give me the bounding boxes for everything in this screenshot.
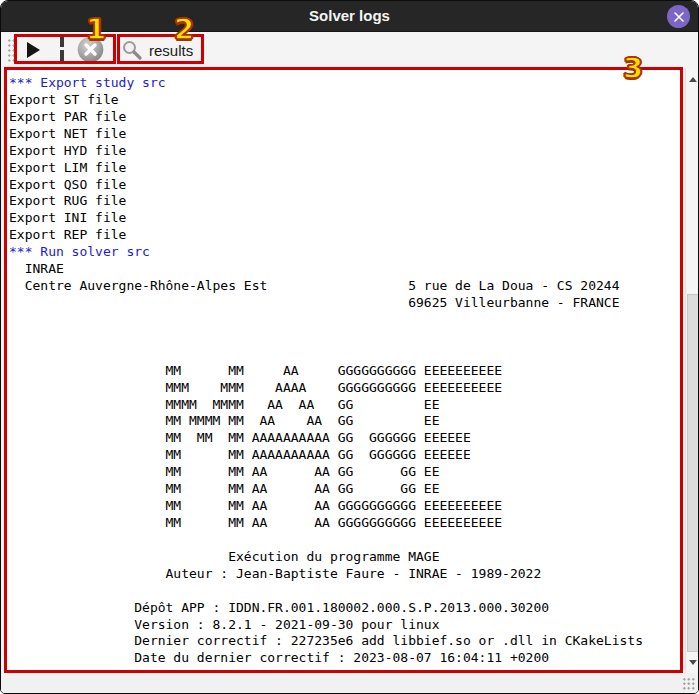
log-line: Auteur : Jean-Baptiste Faure - INRAE - 1… (9, 566, 680, 583)
log-line: Exécution du programme MAGE (9, 549, 680, 566)
log-line: INRAE (9, 261, 680, 278)
log-line: Export ST file (9, 92, 680, 109)
log-line (9, 312, 680, 329)
log-line: *** Run solver src (9, 244, 680, 261)
scroll-down-icon (689, 660, 697, 665)
log-line: Centre Auvergne-Rhône-Alpes Est 5 rue de… (9, 278, 680, 295)
log-line: MM MMMM MM AA AA GG EE (9, 413, 680, 430)
log-line: MM MM AA AA GG GG EE (9, 481, 680, 498)
log-line: MM MM AA AA GG GG EE (9, 464, 680, 481)
status-strip (1, 673, 698, 693)
log-line: Export PAR file (9, 109, 680, 126)
log-line: MM MM MM AAAAAAAAAA GG GGGGGG EEEEEE (9, 430, 680, 447)
log-line (9, 329, 680, 346)
log-line: MMM MMM AAAA GGGGGGGGGG EEEEEEEEEE (9, 380, 680, 397)
close-icon (673, 11, 685, 23)
log-line: Export INI file (9, 210, 680, 227)
log-line: Version : 8.2.1 - 2021-09-30 pour linux (9, 617, 680, 634)
close-button[interactable] (667, 5, 690, 28)
resize-grip[interactable] (682, 677, 695, 690)
log-line: Export NET file (9, 126, 680, 143)
log-line: 69625 Villeurbanne - FRANCE (9, 295, 680, 312)
log-line: MMMM MMMM AA AA GG EE (9, 397, 680, 414)
log-line (9, 346, 680, 363)
log-line: Export REP file (9, 227, 680, 244)
log-line: Dernier correctif : 227235e6 add libbief… (9, 633, 680, 650)
scrollbar-thumb[interactable] (687, 294, 699, 652)
log-line: MM MM AA GGGGGGGGGG EEEEEEEEEE (9, 363, 680, 380)
vertical-scrollbar[interactable] (685, 68, 699, 673)
solver-logs-window: Solver logs (0, 0, 699, 694)
log-line: Export HYD file (9, 143, 680, 160)
log-line (9, 532, 680, 549)
log-line: Dépôt APP : IDDN.FR.001.180002.000.S.P.2… (9, 600, 680, 617)
log-line: MM MM AA AA GGGGGGGGGG EEEEEEEEEE (9, 498, 680, 515)
log-line: Export RUG file (9, 193, 680, 210)
log-line: Export LIM file (9, 160, 680, 177)
scroll-down-button[interactable] (686, 655, 699, 669)
scroll-up-icon (689, 77, 697, 82)
log-line: Date du dernier correctif : 2023-08-07 1… (9, 650, 680, 667)
annotation-number-1: 1 (86, 15, 106, 44)
solver-log-view[interactable]: *** Export study srcExport ST fileExport… (4, 67, 683, 673)
annotation-number-3: 3 (623, 54, 643, 83)
log-line: Export QSO file (9, 177, 680, 194)
log-line: *** Export study src (9, 75, 680, 92)
log-line: MM MM AAAAAAAAAA GG GGGGGG EEEEEE (9, 447, 680, 464)
log-line: MM MM AA AA GGGGGGGGGG EEEEEEEEEE (9, 515, 680, 532)
log-line (9, 583, 680, 600)
log-lines: *** Export study srcExport ST fileExport… (7, 70, 680, 667)
annotation-number-2: 2 (174, 15, 194, 44)
scroll-up-button[interactable] (686, 72, 699, 86)
